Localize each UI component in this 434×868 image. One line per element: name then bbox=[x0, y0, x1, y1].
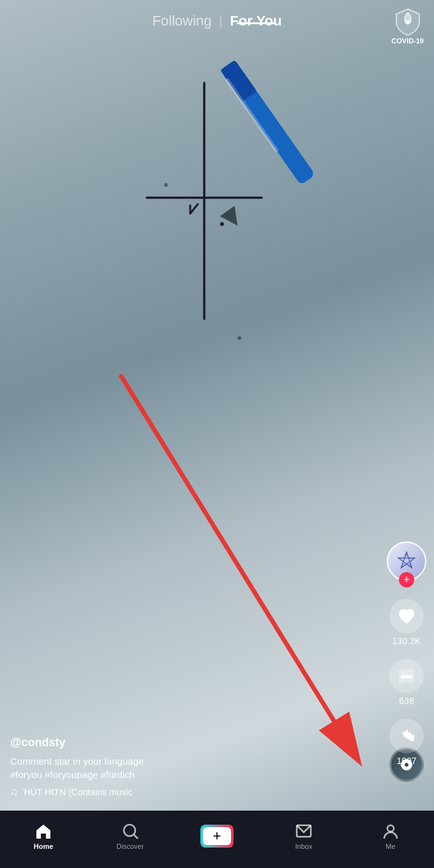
svg-line-10 bbox=[121, 376, 357, 759]
nav-item-home[interactable]: Home bbox=[0, 822, 87, 850]
music-info[interactable]: ♫ ΉÚT HƠN (Contains music bbox=[10, 786, 377, 798]
svg-point-24 bbox=[387, 825, 394, 832]
active-tab-indicator bbox=[237, 22, 275, 24]
me-icon bbox=[382, 822, 400, 840]
video-container: Following | For You COVID-19 bbox=[0, 0, 434, 868]
nav-divider: | bbox=[220, 15, 223, 28]
share-icon bbox=[389, 719, 424, 753]
svg-point-5 bbox=[220, 221, 225, 226]
follow-plus-button[interactable]: + bbox=[399, 572, 414, 587]
action-bar: + 130.2K 638 bbox=[387, 541, 426, 766]
music-text: ΉÚT HƠN (Contains music bbox=[23, 787, 133, 797]
like-count: 130.2K bbox=[393, 636, 421, 646]
creator-username[interactable]: @condsty bbox=[10, 736, 377, 749]
top-navigation: Following | For You COVID-19 bbox=[0, 0, 434, 40]
comment-icon bbox=[389, 659, 424, 693]
me-label: Me bbox=[385, 842, 395, 850]
music-note-icon: ♫ bbox=[10, 786, 18, 798]
inbox-icon bbox=[295, 822, 313, 840]
nav-item-me[interactable]: Me bbox=[347, 822, 434, 850]
nav-item-inbox[interactable]: Inbox bbox=[260, 822, 347, 850]
like-button[interactable]: 130.2K bbox=[389, 599, 424, 646]
video-caption: Comment star in your language#foryou #fo… bbox=[10, 754, 377, 781]
create-button[interactable]: + bbox=[200, 825, 234, 848]
svg-marker-4 bbox=[220, 206, 245, 231]
svg-point-8 bbox=[237, 336, 241, 340]
for-you-tab[interactable]: For You bbox=[230, 13, 281, 29]
create-button-inner: + bbox=[203, 827, 231, 845]
share-button[interactable]: 1907 bbox=[389, 719, 424, 766]
home-label: Home bbox=[34, 842, 54, 850]
bottom-navigation: Home Discover + bbox=[0, 811, 434, 868]
discover-icon bbox=[121, 822, 139, 840]
video-info-overlay: @condsty Comment star in your language#f… bbox=[10, 736, 377, 798]
annotation-arrow bbox=[108, 370, 377, 778]
home-icon bbox=[34, 822, 52, 840]
svg-marker-12 bbox=[398, 552, 414, 568]
covid-label: COVID-19 bbox=[391, 37, 424, 45]
svg-point-21 bbox=[124, 825, 135, 836]
discover-label: Discover bbox=[117, 842, 144, 850]
covid-badge[interactable]: COVID-19 bbox=[391, 8, 424, 45]
share-count: 1907 bbox=[396, 756, 416, 766]
svg-point-11 bbox=[406, 20, 410, 24]
heart-icon bbox=[389, 599, 424, 633]
creator-avatar-container[interactable]: + bbox=[387, 541, 426, 581]
svg-line-22 bbox=[134, 835, 138, 839]
svg-point-7 bbox=[164, 183, 168, 187]
create-plus-icon: + bbox=[213, 829, 221, 843]
video-background-art bbox=[121, 51, 313, 402]
nav-item-create[interactable]: + bbox=[174, 825, 260, 848]
comment-button[interactable]: 638 bbox=[389, 659, 424, 706]
comment-count: 638 bbox=[399, 696, 414, 706]
following-tab[interactable]: Following bbox=[153, 13, 212, 29]
nav-item-discover[interactable]: Discover bbox=[87, 822, 174, 850]
inbox-label: Inbox bbox=[296, 842, 313, 850]
covid-shield-icon bbox=[394, 8, 422, 36]
